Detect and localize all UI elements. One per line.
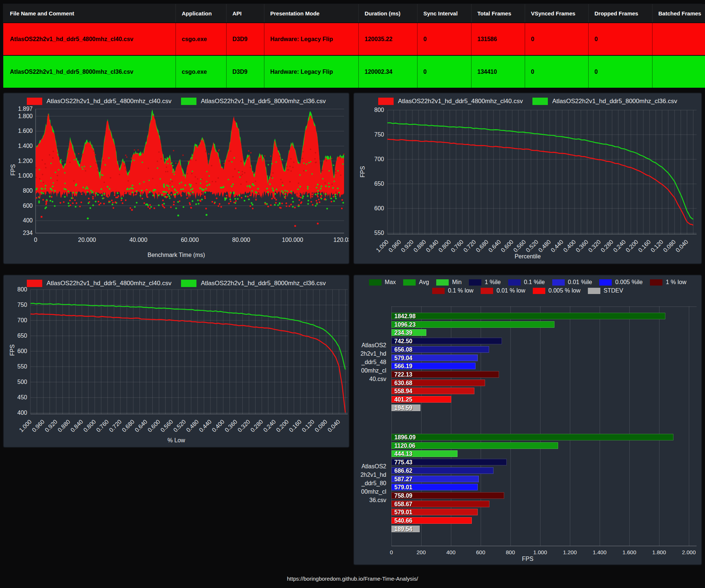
table-cell: 131586 <box>471 23 525 55</box>
x-tick-label: 200 <box>416 549 426 555</box>
percentile-chart[interactable]: 8007507006506005501.0000.9600.9200.8800.… <box>354 93 701 264</box>
metric-bar-0.01-low[interactable]: 579.01 <box>391 509 478 515</box>
x-tick-label: 1.400 <box>593 549 607 555</box>
column-header: Duration (ms) <box>359 4 417 23</box>
table-cell: D3D9 <box>227 55 264 88</box>
metric-bar-0.005-ile[interactable]: 579.01 <box>391 484 478 490</box>
x-tick-label: 40.000 <box>129 237 147 243</box>
table-body: AtlasOS22h2v1_hd_ddr5_4800mhz_cl40.csvcs… <box>3 23 705 88</box>
metric-bar-max[interactable]: 1896.09 <box>391 434 673 440</box>
y-tick-label: 1.800 <box>18 113 33 119</box>
table-cell: csgo.exe <box>176 23 227 55</box>
metric-bar-min[interactable]: 444.13 <box>391 450 458 457</box>
x-tick-label: 0.400 <box>211 418 225 433</box>
percent-low-chart-panel: AtlasOS22h2v1_hd_ddr5_4800mhz_cl40.csv A… <box>3 275 350 448</box>
benchmark-time-chart-panel: AtlasOS22h2v1_hd_ddr5_4800mhz_cl40.csv A… <box>3 92 350 264</box>
y-tick-label: 600 <box>23 203 33 209</box>
x-tick-label: 0 <box>390 549 393 555</box>
footer-url: https://boringboredom.github.io/Frame-Ti… <box>0 576 705 582</box>
x-tick-label: 0.720 <box>108 418 123 433</box>
metric-bar-0.1-low[interactable]: 630.68 <box>391 380 485 386</box>
table-cell: 120002.34 <box>359 55 417 88</box>
x-tick-label: 1.000 <box>375 239 390 253</box>
table-cell: D3D9 <box>227 23 264 55</box>
percent-low-chart[interactable]: 8007507006506005505004504001.0000.9600.9… <box>4 275 349 447</box>
metric-bar-0.005-low[interactable]: 540.66 <box>391 517 472 524</box>
x-tick-label: 0.640 <box>134 418 148 433</box>
y-tick-label: 700 <box>374 156 384 162</box>
metric-bar-1-ile[interactable]: 775.43 <box>391 459 507 465</box>
bar-value-label: 566.19 <box>394 363 412 369</box>
x-tick-label: 0.120 <box>301 418 315 433</box>
x-tick-label: 0.240 <box>612 239 627 253</box>
x-tick-label: 0.600 <box>500 239 514 253</box>
metric-bar-0.01-ile[interactable]: 579.04 <box>391 355 478 361</box>
table-cell: 0 <box>525 23 589 55</box>
table-cell: AtlasOS22h2v1_hd_ddr5_8000mhz_cl36.csv <box>3 55 176 88</box>
table-cell: 0 <box>589 23 652 55</box>
column-header: Total Frames <box>471 4 525 23</box>
y-tick-label: 600 <box>17 348 27 354</box>
x-tick-label: 0.560 <box>512 239 527 253</box>
x-tick-label: 0.360 <box>224 418 238 433</box>
metric-bar-0.01-ile[interactable]: 587.27 <box>391 476 479 482</box>
bar-value-label: 579.04 <box>394 355 412 361</box>
table-cell: 0 <box>417 23 471 55</box>
x-tick-label: 0.120 <box>650 239 664 253</box>
metric-bar-0.005-low[interactable]: 401.25 <box>391 396 451 403</box>
x-tick-label: 0.800 <box>82 418 97 433</box>
metric-bar-1-low[interactable]: 722.13 <box>391 371 499 378</box>
x-tick-label: 0.160 <box>288 418 303 433</box>
x-tick-label: 0.520 <box>172 418 187 433</box>
metric-bar-0.1-ile[interactable]: 686.62 <box>391 467 494 474</box>
y-tick-label: 400 <box>17 410 27 416</box>
x-tick-label: 0.480 <box>185 418 200 433</box>
x-tick-label: 0.160 <box>637 239 652 253</box>
metric-bar-0.005-ile[interactable]: 566.19 <box>391 363 476 369</box>
x-tick-label: 0.760 <box>95 418 110 433</box>
x-tick-label: 2.000 <box>682 549 696 555</box>
metric-bar-stdev[interactable]: 189.54 <box>391 526 420 532</box>
x-tick-label: 0.280 <box>249 418 264 433</box>
metric-bar-1-low[interactable]: 758.09 <box>391 492 504 499</box>
metrics-bar-chart[interactable]: 02004006008001.0001.2001.4001.6001.8002.… <box>354 275 701 565</box>
bar-value-label: 1120.06 <box>394 443 415 449</box>
x-tick-label: 0.400 <box>562 239 577 253</box>
bar-value-label: 630.68 <box>394 380 412 386</box>
column-header: Sync Interval <box>417 4 471 23</box>
x-tick-label: 0.240 <box>262 418 277 433</box>
y-tick-label: 800 <box>17 286 27 293</box>
y-tick-label: 650 <box>17 333 27 339</box>
x-tick-label: 1.000 <box>18 418 33 433</box>
y-tick-label: 600 <box>374 205 384 211</box>
y-tick-label: 800 <box>23 188 33 194</box>
column-header: VSynced Frames <box>525 4 589 23</box>
outlier-point <box>317 222 319 224</box>
bar-value-label: 189.54 <box>394 526 412 532</box>
metric-bar-0.1-ile[interactable]: 656.08 <box>391 346 489 353</box>
x-tick-label: 0.080 <box>314 418 328 433</box>
metric-bar-0.01-low[interactable]: 558.94 <box>391 388 474 394</box>
x-tick-label: 0.200 <box>275 418 290 433</box>
metric-bar-0.1-low[interactable]: 658.67 <box>391 501 489 507</box>
x-tick-label: 0.040 <box>675 239 689 253</box>
bar-value-label: 742.50 <box>394 338 412 344</box>
metric-bar-min[interactable]: 234.39 <box>391 329 426 336</box>
file-summary-table: File Name and CommentApplicationAPIPrese… <box>3 4 702 87</box>
x-tick-label: 0.040 <box>326 418 341 433</box>
metric-bar-avg[interactable]: 1096.23 <box>391 321 554 328</box>
benchmark-time-chart[interactable]: 1.8971.8001.6001.4001.2001.0008006004002… <box>4 93 349 264</box>
metric-bar-stdev[interactable]: 194.59 <box>391 404 420 411</box>
table-cell: 0 <box>589 55 652 88</box>
x-tick-label: 0.640 <box>487 239 502 253</box>
x-tick-label: 1.800 <box>652 549 666 555</box>
x-tick-label: 0.440 <box>198 418 213 433</box>
metric-bar-max[interactable]: 1842.98 <box>391 313 665 319</box>
metric-bar-avg[interactable]: 1120.06 <box>391 442 558 449</box>
category-label: AtlasOS2 2h2v1_hd _ddr5_80 00mhz_cl 36.c… <box>355 462 386 504</box>
table-row: AtlasOS22h2v1_hd_ddr5_4800mhz_cl40.csvcs… <box>3 23 705 55</box>
metric-bar-1-ile[interactable]: 742.50 <box>391 338 502 344</box>
series-line-file2 <box>387 123 693 219</box>
column-header: API <box>227 4 264 23</box>
x-tick-label: 0.880 <box>412 239 427 253</box>
